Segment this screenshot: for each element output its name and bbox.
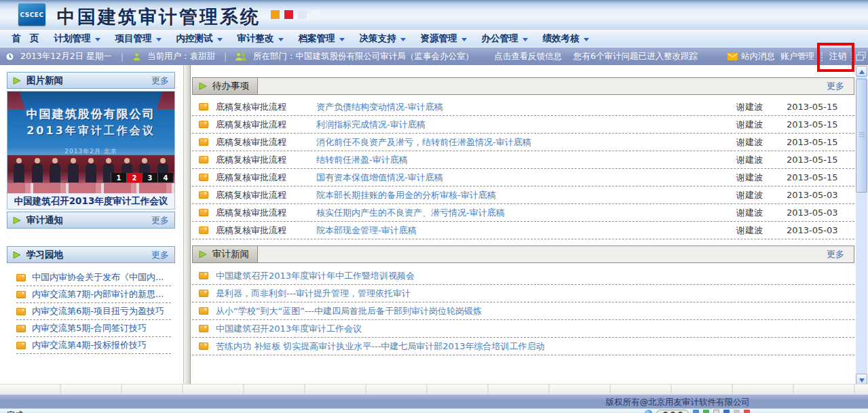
rectification-alert-link[interactable]: 您有6个审计问题已进入整改跟踪 — [573, 47, 698, 65]
dropdown-caret-icon — [584, 38, 589, 41]
document-icon — [199, 209, 208, 216]
menu-item-8[interactable]: 办公管理 — [474, 31, 535, 47]
logout-link[interactable]: 注销 — [829, 47, 846, 65]
account-management-link[interactable]: 账户管理 — [780, 47, 814, 65]
news-item-link[interactable]: 中国建筑召开2013年度审计工作会议 — [216, 323, 362, 335]
audit-notice-panel-header: 审计通知 更多 — [7, 212, 175, 229]
tray-icon — [703, 410, 709, 413]
todo-flow-type-link[interactable]: 底稿复核审批流程 — [216, 207, 316, 219]
popout-window-icon[interactable] — [856, 52, 866, 61]
todo-flow-type-link[interactable]: 底稿复核审批流程 — [216, 154, 316, 166]
dropdown-caret-icon — [95, 38, 100, 41]
todo-flow-type-link[interactable]: 底稿复核审批流程 — [216, 189, 316, 201]
news-item-link[interactable]: 苦练内功 补短板 切实提高审计执业水平---中建七局审计部2013年综合培训工作… — [216, 340, 544, 353]
learning-more-link[interactable]: 更多 — [151, 249, 169, 261]
menu-item-label: 内控测试 — [176, 33, 213, 45]
deco-square-red — [284, 10, 293, 19]
todo-flow-type-link[interactable]: 底稿复核审批流程 — [216, 119, 316, 131]
todo-date: 2013-05-15 — [787, 172, 854, 182]
todo-subject-link[interactable]: 资产负债结构变动情况-审计底稿 — [316, 101, 736, 113]
learning-item-link[interactable]: 内审交流第7期-内部审计的新思... — [16, 286, 171, 303]
status-separator: | — [118, 52, 126, 62]
scrollbar-thumb[interactable] — [856, 79, 867, 193]
deco-square-orange — [271, 10, 280, 19]
learning-list: 中国内审协会关于发布《中国内...内审交流第7期-内部审计的新思...内审交流第… — [7, 269, 175, 354]
main-menu-bar: 首 页计划管理项目管理内控测试审计整改档案管理决策支持资源管理办公管理绩效考核 — [0, 30, 868, 47]
photo-page-button-2[interactable]: 2 — [126, 173, 142, 182]
todo-subject-link[interactable]: 核实任期内产生的不良资产、潜亏情况-审计底稿 — [316, 207, 736, 219]
sidebar-splitter[interactable] — [183, 65, 191, 384]
todo-flow-type-link[interactable]: 底稿复核审批流程 — [216, 172, 316, 184]
vertical-scrollbar[interactable] — [856, 66, 867, 385]
photo-page-button-1[interactable]: 1 — [111, 173, 126, 182]
news-tab[interactable]: 审计新闻 — [193, 246, 258, 262]
todo-date: 2013-05-15 — [787, 137, 854, 147]
main-content: 待办事项 更多 底稿复核审批流程资产负债结构变动情况-审计底稿谢建波2013-0… — [192, 77, 854, 355]
todo-more-link[interactable]: 更多 — [827, 80, 844, 92]
learning-item-link[interactable]: 内审交流第4期-投标报价技巧 — [16, 337, 171, 354]
todo-tab[interactable]: 待办事项 — [193, 78, 258, 94]
play-arrow-icon — [199, 82, 207, 90]
menu-item-6[interactable]: 决策支持 — [352, 31, 413, 47]
todo-subject-link[interactable]: 院本部长期挂账的备用金的分析审核-审计底稿 — [316, 189, 736, 201]
photo-caption-link[interactable]: 中国建筑召开2013年度审计工作会议 — [7, 193, 174, 209]
todo-flow-type-link[interactable]: 底稿复核审批流程 — [216, 136, 316, 149]
todo-subject-link[interactable]: 结转前任潜盈-审计底稿 — [316, 154, 736, 166]
news-item-link[interactable]: 是利器，而非利剑---审计提升管理，管理依托审计 — [216, 288, 411, 300]
learning-item-link[interactable]: 内审交流第5期-合同签订技巧 — [16, 320, 171, 337]
todo-subject-link[interactable]: 国有资本保值增值情况-审计底稿 — [316, 172, 736, 184]
dropdown-caret-icon — [217, 38, 223, 41]
menu-item-1[interactable]: 计划管理 — [47, 31, 108, 47]
menu-item-4[interactable]: 审计整改 — [230, 31, 291, 47]
tray-icon — [723, 410, 730, 413]
todo-flow-type-link[interactable]: 底稿复核审批流程 — [216, 101, 316, 113]
todo-subject-link[interactable]: 利润指标完成情况-审计底稿 — [316, 119, 736, 131]
todo-owner: 谢建波 — [736, 154, 787, 166]
photo-table-strip — [7, 183, 174, 193]
menu-item-3[interactable]: 内控测试 — [169, 31, 230, 47]
dropdown-caret-icon — [278, 38, 284, 41]
menu-item-label: 审计整改 — [238, 33, 274, 45]
scroll-up-button[interactable] — [856, 66, 867, 77]
todo-subject-link[interactable]: 院本部现金管理-审计底稿 — [316, 224, 736, 237]
learning-item-link[interactable]: 内审交流第6期-项目扭亏为盈技巧 — [16, 303, 171, 320]
todo-flow-type-link[interactable]: 底稿复核审批流程 — [216, 224, 316, 237]
news-row: 中国建筑召开2013年度审计工作会议 — [192, 320, 854, 338]
horizontal-scroll-track[interactable] — [0, 384, 868, 395]
photo-news-more-link[interactable]: 更多 — [151, 75, 169, 87]
deco-square-light — [298, 10, 307, 19]
todo-row: 底稿复核审批流程国有资本保值增值情况-审计底稿谢建波2013-05-15 — [192, 169, 854, 186]
todo-owner: 谢建波 — [736, 119, 787, 131]
status-left-group: 2013年12月2日 星期一 | 当前用户：袁甜甜 | 所在部门：中国建筑股份有… — [5, 47, 474, 65]
photo-page-button-4[interactable]: 4 — [157, 173, 173, 182]
news-title: 审计新闻 — [212, 248, 249, 260]
todo-title: 待办事项 — [212, 80, 249, 92]
menu-item-label: 首 页 — [12, 33, 39, 45]
photo-banner-line2: 2013年审计工作会议 — [7, 124, 174, 138]
conference-photo[interactable]: 中国建筑股份有限公司 2013年审计工作会议 2013年2月 北京 1234 — [7, 92, 174, 193]
menu-item-5[interactable]: 档案管理 — [291, 31, 352, 47]
site-messages-link[interactable]: 站内消息 — [741, 47, 775, 65]
document-icon — [199, 103, 208, 111]
photo-news-title: 图片新闻 — [26, 75, 63, 87]
dropdown-caret-icon — [523, 38, 528, 41]
todo-date: 2013-05-03 — [787, 225, 854, 235]
scroll-down-button[interactable] — [856, 374, 867, 385]
user-icon — [132, 52, 141, 61]
learning-item-link[interactable]: 中国内审协会关于发布《中国内... — [16, 269, 171, 286]
todo-subject-link[interactable]: 消化前任不良资产及潜亏，结转前任潜盈情况-审计底稿 — [316, 136, 736, 149]
document-icon — [16, 342, 26, 349]
news-item-link[interactable]: 从小“学校”到大“蓝图”---中建四局首批后备干部到审计岗位轮岗锻炼 — [216, 305, 482, 317]
menu-item-home[interactable]: 首 页 — [4, 31, 47, 47]
news-item-link[interactable]: 中国建筑召开2013年度审计年中工作暨培训视频会 — [216, 270, 415, 282]
menu-item-2[interactable]: 项目管理 — [108, 31, 169, 47]
document-icon — [199, 174, 208, 181]
feedback-link[interactable]: 点击查看反馈信息 — [494, 47, 562, 65]
document-icon — [199, 156, 208, 163]
news-more-link[interactable]: 更多 — [827, 248, 844, 260]
menu-item-9[interactable]: 绩效考核 — [535, 31, 597, 47]
audit-notice-more-link[interactable]: 更多 — [151, 214, 169, 227]
news-panel-header: 审计新闻 更多 — [192, 245, 854, 263]
photo-page-button-3[interactable]: 3 — [142, 173, 157, 182]
menu-item-7[interactable]: 资源管理 — [413, 31, 474, 47]
